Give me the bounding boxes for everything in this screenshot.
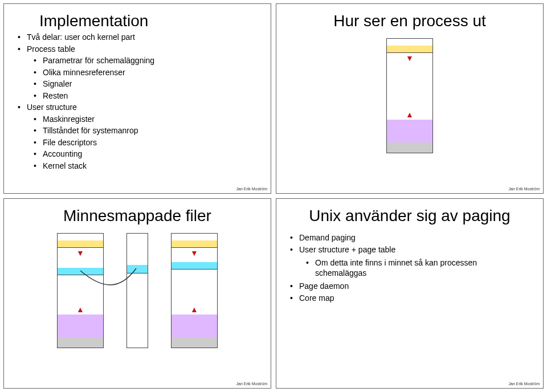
segment-text xyxy=(387,148,432,153)
list-item: Parametrar för schemaläggning xyxy=(34,56,257,66)
list-item: Demand paging xyxy=(290,233,529,243)
segment-text xyxy=(58,342,103,348)
segment-mmap xyxy=(58,268,103,275)
slide-implementation: Implementation Två delar: user och kerne… xyxy=(3,3,271,194)
list-text: Maskinregister xyxy=(43,115,95,124)
list-item: Tillståndet för systemanrop xyxy=(34,126,257,136)
segment-text xyxy=(172,342,217,348)
segment-heap xyxy=(172,315,217,337)
segment-data xyxy=(58,337,103,342)
segment-stack xyxy=(172,240,217,247)
list-text: User structure + page table xyxy=(299,245,395,254)
list-item: Accounting xyxy=(34,149,257,160)
list-text: Accounting xyxy=(43,149,82,158)
list-text: Två delar: user och kernel part xyxy=(27,32,135,42)
arrow-down-icon: ▼ xyxy=(406,54,414,62)
author-label: Jan Erik Moström xyxy=(236,382,267,386)
arrow-down-icon: ▼ xyxy=(76,249,84,257)
mmap-diagram: ▼ ▲ ▼ ▲ xyxy=(18,233,257,348)
file-segment xyxy=(127,265,148,273)
list-item: Resten xyxy=(34,91,257,101)
slide-title: Unix använder sig av paging xyxy=(290,207,529,225)
list-text: Olika minnesreferenser xyxy=(43,68,125,77)
memory-column: ▼ ▲ xyxy=(386,38,433,153)
list-item: File descriptors xyxy=(34,138,257,148)
slide-title: Hur ser en process ut xyxy=(290,12,529,30)
list-text: Signaler xyxy=(43,79,72,88)
list-text: Page daemon xyxy=(299,281,349,291)
list-text: Kernel stack xyxy=(43,161,87,170)
list-text: Core map xyxy=(299,293,334,303)
list-item: Om detta inte finns i minnet så kan proc… xyxy=(306,258,529,278)
arrow-up-icon: ▲ xyxy=(76,305,84,313)
segment-heap xyxy=(387,120,432,142)
bullet-list: Två delar: user och kernel part Process … xyxy=(18,32,257,171)
segment-mmap xyxy=(172,262,217,269)
slide-unix-paging: Unix använder sig av paging Demand pagin… xyxy=(276,198,544,389)
memory-column-left: ▼ ▲ xyxy=(57,233,104,348)
list-item: Process table Parametrar för schemaläggn… xyxy=(18,44,257,101)
list-item: Olika minnesreferenser xyxy=(34,68,257,78)
list-text: User structure xyxy=(27,103,77,112)
memory-column-right: ▼ ▲ xyxy=(171,233,218,348)
list-text: Demand paging xyxy=(299,233,356,242)
slide-process-layout: Hur ser en process ut ▼ ▲ Jan Erik Mostr… xyxy=(276,3,544,194)
list-item: Två delar: user och kernel part xyxy=(18,32,257,43)
list-item: User structure + page table Om detta int… xyxy=(290,245,529,279)
arrow-up-icon: ▲ xyxy=(190,305,198,313)
list-text: Tillståndet för systemanrop xyxy=(43,126,138,135)
author-label: Jan Erik Moström xyxy=(509,382,540,386)
segment-stack xyxy=(387,46,432,52)
list-text: Parametrar för schemaläggning xyxy=(43,56,154,65)
slide-title: Implementation xyxy=(18,12,257,30)
list-text: Om detta inte finns i minnet så kan proc… xyxy=(315,258,477,277)
segment-stack xyxy=(58,240,103,247)
slide-title: Minnesmappade filer xyxy=(18,207,257,225)
segment-data xyxy=(172,337,217,342)
list-item: Page daemon xyxy=(290,281,529,292)
list-text: File descriptors xyxy=(43,138,97,147)
list-text: Resten xyxy=(43,91,68,100)
list-text: Process table xyxy=(27,44,75,54)
arrow-up-icon: ▲ xyxy=(406,111,414,119)
arrow-down-icon: ▼ xyxy=(190,249,198,257)
segment-data xyxy=(387,142,432,148)
list-item: Signaler xyxy=(34,79,257,89)
memory-diagram: ▼ ▲ xyxy=(290,38,529,153)
list-item: Maskinregister xyxy=(34,115,257,125)
slide-mmap-files: Minnesmappade filer ▼ ▲ xyxy=(3,198,271,389)
list-item: Kernel stack xyxy=(34,161,257,172)
bullet-list: Demand paging User structure + page tabl… xyxy=(290,233,529,303)
segment-heap xyxy=(58,315,103,337)
author-label: Jan Erik Moström xyxy=(236,187,267,191)
file-column xyxy=(126,233,148,348)
list-item: User structure Maskinregister Tillstånde… xyxy=(18,103,257,171)
author-label: Jan Erik Moström xyxy=(509,187,540,191)
list-item: Core map xyxy=(290,293,529,304)
